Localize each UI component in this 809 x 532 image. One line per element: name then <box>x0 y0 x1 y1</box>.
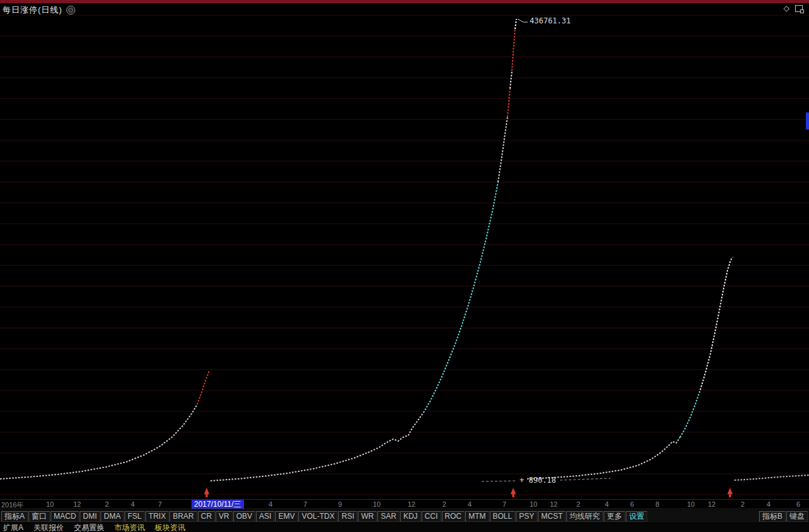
x-axis-label: 2 <box>442 500 446 508</box>
indicator-button[interactable]: CR <box>198 511 215 522</box>
app-window: 436761.31+ 890.18 每日涨停(日线) ◇ 2016年101224… <box>0 0 809 532</box>
info-badge-icon <box>66 6 75 15</box>
indicator-button[interactable]: DMI <box>80 511 100 522</box>
candlestick-chart[interactable]: 436761.31+ 890.18 <box>0 0 809 499</box>
reset-marker <box>727 488 733 497</box>
indicator-button[interactable]: CCI <box>422 511 441 522</box>
x-axis-label: 4 <box>131 500 135 508</box>
indicator-button[interactable]: TRIX <box>145 511 169 522</box>
curve-cycle-2 <box>498 117 508 182</box>
x-axis-label: 6 <box>796 500 800 508</box>
footer-tab[interactable]: 交易置换 <box>74 523 104 532</box>
footer-tab[interactable]: 扩展A <box>3 523 23 532</box>
curve-cycle-2 <box>512 29 515 71</box>
indicator-button[interactable]: MCST <box>538 511 566 522</box>
settings-button[interactable]: 设置 <box>626 511 647 522</box>
curve-cycle-2 <box>515 19 516 29</box>
x-axis-label: 6 <box>630 500 634 508</box>
curve-cycle-1 <box>197 371 209 404</box>
indicator-button[interactable]: FSL <box>125 511 145 522</box>
curve-cycle-3 <box>527 437 680 479</box>
indicator-button[interactable]: BRAR <box>169 511 197 522</box>
x-axis-label: 12 <box>408 500 415 508</box>
indicator-button[interactable]: SAR <box>377 511 399 522</box>
curve-cycle-2 <box>423 182 498 413</box>
reset-marker <box>204 488 209 497</box>
indicator-button[interactable]: ROC <box>442 511 465 522</box>
scrollbar-thumb[interactable] <box>806 112 809 130</box>
indicator-button[interactable]: WR <box>358 511 377 522</box>
value-annotation: 436761.31 <box>530 16 571 25</box>
x-axis-label: 10 <box>373 500 380 508</box>
x-axis-label: 10 <box>46 500 54 508</box>
toolbar-left-button-1[interactable]: 窗口 <box>28 511 50 522</box>
reset-marker <box>511 488 516 497</box>
indicator-button[interactable]: PSY <box>516 511 537 522</box>
x-axis-label: 2 <box>576 500 580 508</box>
curve-cycle-3 <box>680 390 700 437</box>
toolbar-left-button-0[interactable]: 指标A <box>1 511 28 522</box>
x-axis-label: 2 <box>105 500 109 508</box>
curve-cycle-1 <box>0 404 197 479</box>
indicator-button[interactable]: 均线研究 <box>566 511 603 522</box>
x-axis-label: 4 <box>767 500 770 508</box>
x-axis-label: 2016年 <box>1 500 23 510</box>
footer-tab[interactable]: 板块资讯 <box>155 523 185 532</box>
curve-cycle-2 <box>210 413 423 481</box>
x-axis-label: 12 <box>708 500 715 508</box>
indicator-button[interactable]: EMV <box>275 511 298 522</box>
x-axis-label: 8 <box>655 500 659 508</box>
diamond-icon[interactable]: ◇ <box>784 4 789 12</box>
window-controls: ◇ <box>784 4 803 12</box>
toolbar-right-button-1[interactable]: 键盘 <box>786 511 808 522</box>
indicator-button[interactable]: KDJ <box>400 511 421 522</box>
selected-date-box[interactable]: 2017/10/11/三 <box>192 500 244 509</box>
toolbar-right-button-0[interactable]: 指标B <box>759 511 786 522</box>
indicator-toolbar: 指标A窗口MACDDMIDMAFSLTRIXBRARCRVROBVASIEMVV… <box>0 510 809 523</box>
indicator-button[interactable]: OBV <box>233 511 255 522</box>
x-axis-label: 7 <box>303 500 307 508</box>
indicator-button[interactable]: 更多 <box>604 511 625 522</box>
x-axis-label: 4 <box>269 500 272 508</box>
curve-cycle-4 <box>734 475 809 480</box>
indicator-button[interactable]: MACD <box>51 511 79 522</box>
restore-window-icon[interactable] <box>795 5 803 12</box>
titlebar-strip <box>0 0 809 3</box>
indicator-button[interactable]: VOL-TDX <box>298 511 338 522</box>
x-axis-label: 9 <box>338 500 342 508</box>
value-annotation: + 890.18 <box>520 476 556 485</box>
indicator-button[interactable]: VR <box>216 511 233 522</box>
x-axis-label: 4 <box>468 500 471 508</box>
x-axis: 2016年10122472017/10/11/三4791012247101224… <box>0 499 809 509</box>
indicator-button[interactable]: BOLL <box>490 511 516 522</box>
x-axis-label: 12 <box>73 500 81 508</box>
x-axis-label: 7 <box>158 500 162 508</box>
chart-title: 每日涨停(日线) <box>3 4 75 16</box>
footer-tab[interactable]: 关联报价 <box>33 523 64 532</box>
x-axis-label: 2 <box>741 500 745 508</box>
x-axis-label: 10 <box>530 500 537 508</box>
chart-title-text: 每日涨停(日线) <box>3 4 63 16</box>
footer-tabs: 扩展A关联报价交易置换市场资讯板块资讯 <box>0 523 809 532</box>
indicator-button[interactable]: ASI <box>256 511 274 522</box>
x-axis-label: 7 <box>502 500 506 508</box>
footer-tab[interactable]: 市场资讯 <box>114 523 145 532</box>
curve-cycle-2 <box>508 88 510 117</box>
x-axis-label: 10 <box>687 500 695 508</box>
indicator-button[interactable]: RSI <box>338 511 357 522</box>
indicator-button[interactable]: DMA <box>100 511 124 522</box>
x-axis-label: 12 <box>550 500 557 508</box>
curve-cycle-2 <box>510 71 512 88</box>
x-axis-label: 4 <box>605 500 609 508</box>
indicator-button[interactable]: MTM <box>465 511 489 522</box>
